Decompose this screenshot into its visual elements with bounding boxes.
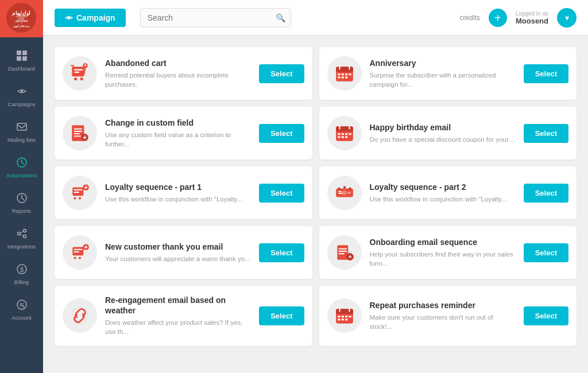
svg-rect-100 (349, 316, 351, 317)
sidebar-item-billing[interactable]: $ Billing (0, 257, 43, 292)
header-user-info: Logged in as Moosend (516, 10, 548, 25)
sidebar-item-label-mailing: Mailing lists (7, 137, 36, 143)
svg-rect-37 (349, 73, 351, 75)
user-menu-button[interactable]: ▾ (557, 8, 577, 28)
sidebar-item-mailing-lists[interactable]: Mailing lists (0, 114, 43, 150)
svg-text:+: + (348, 253, 351, 260)
card-icon-wrap-abandoned-cart: + (63, 56, 97, 91)
card-title-reengagement: Re-engagement email based on weather (105, 295, 251, 316)
card-info-loyalty-part2: Loyalty sequence - part 2 Use this workf… (370, 182, 516, 204)
sidebar-item-label-integrations: Integrations (7, 243, 36, 250)
card-change-custom-field: Change in custom field Use any custom fi… (55, 107, 312, 160)
svg-rect-60 (345, 136, 347, 138)
svg-point-26 (80, 77, 83, 80)
svg-point-74 (338, 187, 340, 189)
sidebar-item-dashboard[interactable]: Dashboard (0, 43, 43, 79)
card-desc-change-custom-field: Use any custom field value as a criterio… (105, 130, 251, 149)
card-icon-wrap-new-customer-thank (63, 235, 97, 270)
svg-point-81 (79, 257, 81, 259)
header: Campaign 🔍 credits + Logged in as Moosen… (43, 0, 588, 36)
card-desc-abandoned-cart: Remind potential buyers about incomplete… (105, 71, 251, 89)
card-desc-repeat-purchases: Make sure your customers don't run out o… (370, 313, 516, 331)
svg-rect-44 (74, 133, 80, 134)
select-button-repeat-purchases[interactable]: Select (524, 306, 568, 325)
svg-rect-4 (17, 50, 21, 55)
integrations-icon (16, 228, 28, 241)
svg-rect-45 (74, 135, 81, 137)
cards-content: + Abandoned cart Remind potential buyers… (43, 36, 588, 373)
svg-rect-54 (338, 133, 340, 135)
svg-rect-99 (345, 316, 347, 317)
card-desc-anniversary: Surprise the subscriber with a personali… (370, 71, 516, 89)
svg-rect-78 (74, 249, 82, 250)
svg-rect-98 (341, 316, 343, 317)
select-button-happy-birthday[interactable]: Select (524, 124, 568, 143)
svg-rect-42 (74, 129, 82, 130)
svg-rect-102 (341, 319, 343, 321)
card-desc-happy-birthday: Do you have a special discount coupon fo… (370, 135, 516, 144)
sidebar-item-automations[interactable]: Automations (0, 150, 43, 185)
search-bar: 🔍 (140, 8, 291, 28)
select-button-change-custom-field[interactable]: Select (259, 124, 304, 143)
svg-rect-55 (341, 133, 343, 135)
svg-rect-79 (74, 251, 79, 252)
logged-in-as-label: Logged in as (516, 10, 548, 17)
sidebar-item-label-dashboard: Dashboard (8, 65, 34, 72)
sidebar-item-account[interactable]: Account (0, 292, 43, 328)
card-title-change-custom-field: Change in custom field (105, 118, 251, 128)
svg-rect-39 (341, 76, 343, 78)
sidebar-item-reports[interactable]: Reports (0, 185, 43, 221)
logo-text: اول پیام انتخاب اول برندهای کوین (6, 2, 37, 36)
svg-rect-86 (338, 248, 347, 250)
svg-point-64 (74, 197, 76, 199)
search-input[interactable] (140, 8, 291, 28)
svg-point-8 (21, 90, 23, 92)
card-abandoned-cart: + Abandoned cart Remind potential buyers… (55, 47, 312, 100)
select-button-reengagement[interactable]: Select (259, 306, 304, 325)
reports-icon (16, 192, 28, 205)
svg-rect-62 (74, 189, 82, 191)
svg-rect-56 (345, 133, 347, 135)
sidebar-item-label-campaigns: Campaigns (7, 101, 35, 107)
svg-line-15 (20, 231, 24, 233)
svg-rect-48 (84, 135, 86, 139)
card-reengagement: Re-engagement email based on weather Doe… (55, 286, 312, 346)
card-info-happy-birthday: Happy birthday email Do you have a speci… (370, 122, 516, 144)
card-info-repeat-purchases: Repeat purchases reminder Make sure your… (370, 300, 516, 331)
svg-text:برندهای کوین: برندهای کوین (13, 24, 30, 28)
svg-rect-36 (345, 73, 347, 75)
select-button-onboarding[interactable]: Select (524, 243, 568, 262)
select-button-anniversary[interactable]: Select (524, 64, 568, 83)
sidebar-item-label-automations: Automations (6, 172, 37, 178)
card-icon-wrap-change-custom-field (63, 116, 97, 150)
card-info-change-custom-field: Change in custom field Use any custom fi… (105, 118, 251, 149)
select-button-new-customer-thank[interactable]: Select (259, 243, 304, 262)
sidebar-item-label-reports: Reports (12, 208, 31, 214)
select-button-loyalty-part2[interactable]: Select (524, 184, 568, 203)
svg-rect-51 (336, 129, 353, 131)
card-anniversary: Anniversary Surprise the subscriber with… (319, 47, 577, 100)
account-icon (16, 299, 28, 312)
card-icon-wrap-onboarding: + (327, 235, 362, 270)
sidebar-item-integrations[interactable]: Integrations (0, 221, 43, 257)
svg-rect-38 (338, 76, 340, 78)
campaign-icon (65, 14, 73, 22)
svg-rect-71 (338, 191, 341, 192)
card-icon-wrap-reengagement (63, 298, 97, 333)
credits-label: credits (459, 14, 479, 22)
select-button-abandoned-cart[interactable]: Select (259, 64, 304, 83)
svg-rect-63 (74, 192, 79, 193)
campaign-button[interactable]: Campaign (55, 9, 126, 27)
select-button-loyalty-part1[interactable]: Select (259, 184, 304, 203)
sidebar-item-campaigns[interactable]: Campaigns (0, 79, 43, 114)
svg-rect-6 (17, 56, 21, 61)
add-credits-button[interactable]: + (489, 9, 507, 27)
mailing-icon (16, 121, 28, 134)
card-info-onboarding: Onboarding email sequence Help your subs… (370, 237, 516, 268)
svg-point-25 (74, 77, 77, 80)
svg-rect-103 (345, 319, 347, 321)
svg-point-13 (23, 230, 26, 232)
sidebar-item-label-billing: Billing (14, 279, 29, 285)
svg-text:+: + (84, 63, 87, 68)
card-loyalty-part1: Loyalty sequence - part 1 Use this workf… (55, 166, 312, 219)
